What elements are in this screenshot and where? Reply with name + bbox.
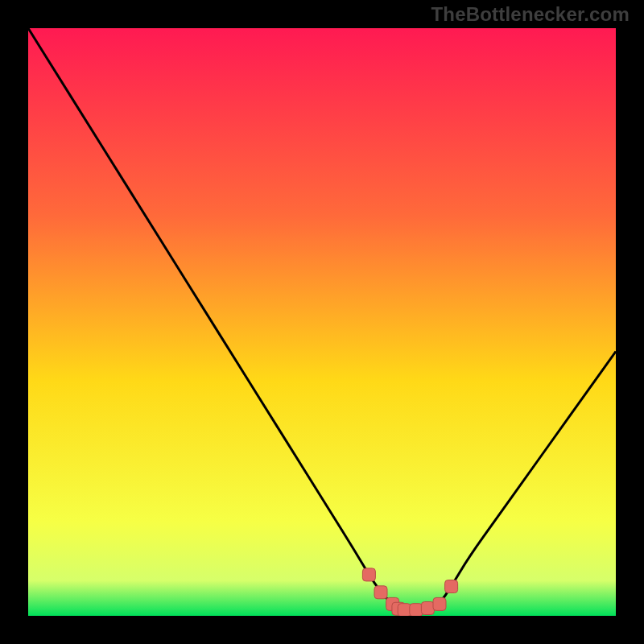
chart-svg [28,28,616,616]
data-marker [374,586,387,599]
data-marker [398,604,411,616]
data-marker [433,597,446,610]
data-marker [421,602,434,615]
chart-frame: TheBottlenecker.com [0,0,644,644]
watermark-text: TheBottlenecker.com [431,3,630,26]
data-marker [445,580,458,593]
gradient-background [28,28,616,616]
data-marker [410,604,423,616]
data-marker [362,568,375,581]
plot-area [28,28,616,616]
